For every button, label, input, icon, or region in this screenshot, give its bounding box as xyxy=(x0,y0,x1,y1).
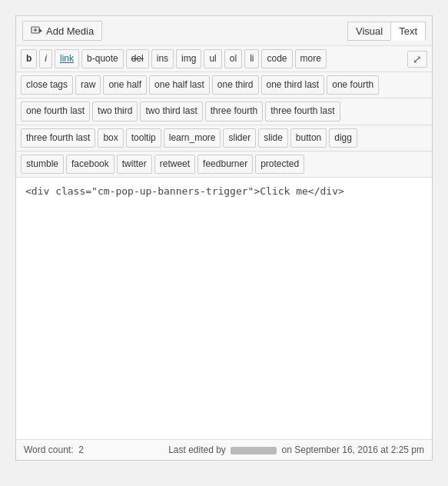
btn-facebook[interactable]: facebook xyxy=(66,155,114,174)
svg-marker-1 xyxy=(39,28,42,33)
btn-two-third-last[interactable]: two third last xyxy=(140,102,202,121)
btn-one-third-last[interactable]: one third last xyxy=(261,75,325,95)
btn-one-half[interactable]: one half xyxy=(103,75,147,95)
tab-visual[interactable]: Visual xyxy=(347,22,390,41)
btn-bold[interactable]: b xyxy=(21,49,37,68)
btn-box[interactable]: box xyxy=(98,128,123,148)
btn-button[interactable]: button xyxy=(290,128,327,148)
btn-one-third[interactable]: one third xyxy=(212,75,259,95)
last-edited-text: Last edited by on September 16, 2016 at … xyxy=(168,444,424,455)
btn-three-fourth-last[interactable]: three fourth last xyxy=(265,102,340,121)
format-toolbar-row1: b i link b-quote del ins img ul ol li co… xyxy=(16,46,432,72)
content-text: <div class="cm-pop-up-banners-trigger">C… xyxy=(25,185,344,197)
last-edited-prefix: Last edited by xyxy=(168,444,226,455)
btn-ins[interactable]: ins xyxy=(151,49,174,68)
word-count-label: Word count: 2 xyxy=(24,444,84,455)
btn-raw[interactable]: raw xyxy=(75,75,101,95)
btn-slider[interactable]: slider xyxy=(223,128,256,148)
btn-bquote[interactable]: b-quote xyxy=(81,49,124,68)
last-edited-suffix: on September 16, 2016 at 2:25 pm xyxy=(282,444,424,455)
btn-tooltip[interactable]: tooltip xyxy=(126,128,161,148)
btn-ol[interactable]: ol xyxy=(224,49,242,68)
btn-code[interactable]: code xyxy=(261,49,292,68)
btn-three-fourth-last2[interactable]: three fourth last xyxy=(21,128,95,148)
editor-wrapper: Add Media Visual Text b i link b-quote d… xyxy=(15,15,433,461)
btn-stumble[interactable]: stumble xyxy=(21,155,64,174)
add-media-button[interactable]: Add Media xyxy=(22,21,102,41)
btn-three-fourth[interactable]: three fourth xyxy=(205,102,263,121)
btn-ul[interactable]: ul xyxy=(204,49,221,68)
btn-protected[interactable]: protected xyxy=(255,155,304,174)
btn-one-half-last[interactable]: one half last xyxy=(149,75,210,95)
expand-button[interactable]: ⤢ xyxy=(407,51,427,68)
status-bar: Word count: 2 Last edited by on Septembe… xyxy=(16,439,432,460)
btn-feedburner[interactable]: feedburner xyxy=(197,155,253,174)
btn-one-fourth-last[interactable]: one fourth last xyxy=(21,102,90,121)
format-toolbar-row2: close tags raw one half one half last on… xyxy=(16,72,432,98)
btn-slide[interactable]: slide xyxy=(258,128,288,148)
format-toolbar-row5: stumble facebook twitter retweet feedbur… xyxy=(16,151,432,178)
word-count-value: 2 xyxy=(78,444,84,455)
btn-digg[interactable]: digg xyxy=(329,128,357,148)
author-redacted xyxy=(231,447,277,454)
btn-italic[interactable]: i xyxy=(39,49,52,68)
tab-text[interactable]: Text xyxy=(390,22,426,41)
btn-del[interactable]: del xyxy=(126,49,149,68)
btn-learn-more[interactable]: learn_more xyxy=(164,128,221,148)
add-media-icon xyxy=(31,25,43,37)
word-count-label-text: Word count: xyxy=(24,444,73,455)
format-toolbar-row4: three fourth last box tooltip learn_more… xyxy=(16,125,432,151)
btn-twitter[interactable]: twitter xyxy=(117,155,152,174)
btn-retweet[interactable]: retweet xyxy=(154,155,195,174)
btn-link[interactable]: link xyxy=(55,49,79,68)
content-area[interactable]: <div class="cm-pop-up-banners-trigger">C… xyxy=(16,178,432,439)
btn-more[interactable]: more xyxy=(295,49,327,68)
btn-li[interactable]: li xyxy=(244,49,259,68)
btn-one-fourth[interactable]: one fourth xyxy=(327,75,379,95)
btn-close-tags[interactable]: close tags xyxy=(21,75,73,95)
btn-two-third[interactable]: two third xyxy=(92,102,138,121)
btn-img[interactable]: img xyxy=(176,49,201,68)
visual-text-tabs: Visual Text xyxy=(347,22,426,41)
add-media-label: Add Media xyxy=(46,25,94,37)
format-toolbar-row3: one fourth last two third two third last… xyxy=(16,98,432,125)
top-toolbar: Add Media Visual Text xyxy=(16,16,432,46)
